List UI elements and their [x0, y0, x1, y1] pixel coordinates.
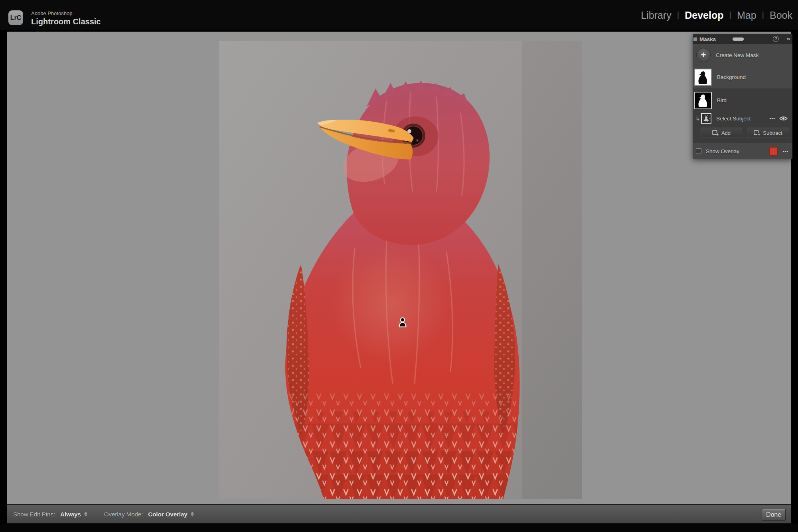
visibility-eye-icon[interactable]	[779, 116, 788, 121]
mask-component-label: Select Subject	[716, 116, 769, 122]
overlay-more-options-icon[interactable]: •••	[782, 149, 788, 154]
bottom-toolbar: Show Edit Pins: Always Overlay Mode: Col…	[7, 504, 791, 524]
subtract-mask-icon	[754, 130, 760, 136]
add-button-label: Add	[721, 130, 731, 136]
show-overlay-checkbox[interactable]	[696, 148, 701, 154]
module-separator: |	[677, 10, 679, 20]
stepper-icon[interactable]	[191, 512, 194, 516]
show-edit-pins-value[interactable]: Always	[60, 511, 81, 518]
module-separator: |	[762, 10, 764, 20]
plus-icon[interactable]: +	[696, 48, 711, 62]
add-button[interactable]: Add	[701, 128, 742, 138]
overlay-mode-value[interactable]: Color Overlay	[148, 511, 187, 518]
brand-line2: Lightroom Classic	[31, 17, 101, 26]
masks-panel-header: Masks ? »	[693, 34, 792, 44]
panel-icon	[693, 37, 697, 41]
bird-photo	[219, 41, 582, 499]
mask-component-row[interactable]: ↳ Select Subject •••	[693, 112, 792, 125]
canvas-area: Masks ? » + Create New Mask Background	[7, 31, 791, 504]
elbow-arrow-icon: ↳	[695, 115, 701, 122]
show-overlay-label: Show Overlay	[706, 148, 769, 154]
subtract-button[interactable]: Subtract	[747, 128, 789, 138]
masks-panel: Masks ? » + Create New Mask Background	[693, 34, 792, 159]
more-options-icon[interactable]: •••	[769, 116, 775, 121]
brand-line1: Adobe Photoshop	[31, 11, 101, 16]
mask-row-background[interactable]: Background	[693, 66, 792, 89]
module-develop[interactable]: Develop	[685, 10, 723, 21]
overlay-mode-label: Overlay Mode:	[104, 511, 143, 518]
add-mask-icon	[712, 130, 719, 136]
module-library[interactable]: Library	[641, 10, 671, 21]
mask-label: Bird	[717, 97, 727, 103]
module-map[interactable]: Map	[737, 10, 757, 21]
done-button[interactable]: Done	[762, 509, 786, 521]
mask-row-bird[interactable]: Bird	[693, 89, 792, 112]
lightroom-window: LrC Adobe Photoshop Lightroom Classic Li…	[0, 0, 798, 532]
show-overlay-row: Show Overlay •••	[693, 143, 792, 159]
mask-label: Background	[717, 74, 746, 80]
module-book[interactable]: Book	[770, 10, 792, 21]
mask-thumbnail-bird[interactable]	[694, 92, 712, 109]
stepper-icon[interactable]	[84, 512, 87, 516]
photo[interactable]	[219, 41, 582, 499]
masks-panel-title: Masks	[699, 36, 716, 42]
create-new-mask-label: Create New Mask	[716, 52, 758, 58]
select-subject-thumbnail[interactable]	[701, 113, 711, 124]
help-icon[interactable]: ?	[773, 36, 779, 42]
mask-thumbnail-background[interactable]	[694, 69, 712, 86]
app-header: LrC Adobe Photoshop Lightroom Classic Li…	[0, 0, 798, 30]
mask-edit-buttons: Add Subtract	[693, 125, 792, 143]
module-picker: Library | Develop | Map | Book	[641, 0, 792, 30]
filmstrip-area	[0, 524, 798, 532]
create-new-mask-row[interactable]: + Create New Mask	[693, 44, 792, 66]
panel-drag-handle-icon[interactable]	[733, 37, 744, 41]
module-separator: |	[729, 10, 731, 20]
overlay-color-swatch[interactable]	[769, 147, 778, 156]
collapse-panel-icon[interactable]: »	[787, 35, 789, 42]
brand-title: Adobe Photoshop Lightroom Classic	[31, 11, 101, 26]
edit-pin[interactable]	[398, 317, 407, 328]
lrc-logo: LrC	[8, 10, 23, 25]
subtract-button-label: Subtract	[763, 130, 782, 136]
show-edit-pins-label: Show Edit Pins:	[13, 511, 55, 518]
mask-group-selected: Bird ↳ Select Subject •••	[693, 89, 792, 143]
